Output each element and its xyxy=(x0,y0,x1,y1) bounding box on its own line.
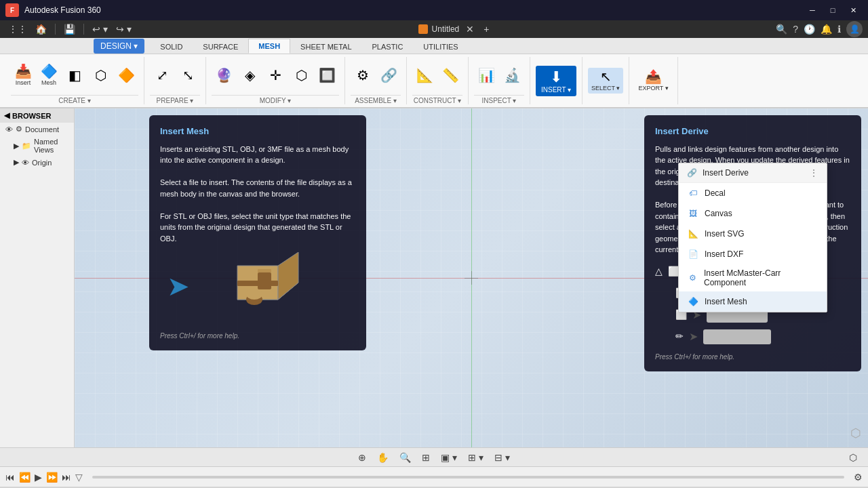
timeline-filter-icon[interactable]: ▽ xyxy=(75,472,83,483)
browser-item-namedviews[interactable]: ▶ 📁 Named Views xyxy=(0,136,74,156)
save-button[interactable]: 💾 xyxy=(61,22,78,36)
playback-next-button[interactable]: ⏩ xyxy=(46,472,58,483)
dropdown-item-svg[interactable]: 📐 Insert SVG xyxy=(679,224,827,244)
prepare-btn2[interactable]: ⤡ xyxy=(176,66,200,84)
browser-header[interactable]: ◀ BROWSER xyxy=(0,108,74,123)
dxf-label: Insert DXF xyxy=(705,249,743,259)
pan-button[interactable]: ✋ xyxy=(374,451,391,464)
tab-sheetmetal[interactable]: SHEET METAL xyxy=(290,39,361,54)
export-btn[interactable]: 📤 EXPORT ▾ xyxy=(635,68,671,94)
browser-item-origin[interactable]: ▶ 👁 Origin xyxy=(0,156,74,169)
settings-gear-icon[interactable]: ⚙ xyxy=(854,472,863,483)
dropdown-item-canvas[interactable]: 🖼 Canvas xyxy=(679,203,827,224)
zoom-button[interactable]: 🔍 xyxy=(397,451,414,464)
redo-button[interactable]: ↪ ▾ xyxy=(113,22,134,36)
decal-icon: 🏷 xyxy=(687,187,699,199)
home-button[interactable]: 🏠 xyxy=(33,22,50,36)
export-buttons: 📤 EXPORT ▾ xyxy=(635,57,671,104)
zoom-fit-button[interactable]: ⊞ xyxy=(419,451,433,464)
grid-button[interactable]: ⊞ ▾ xyxy=(465,451,486,464)
browser-item-eye[interactable]: 👁 ⚙ Document xyxy=(0,123,74,136)
modify-btn4[interactable]: 🔲 xyxy=(315,66,339,84)
modify-btn1[interactable]: 🔮 xyxy=(212,66,236,84)
close-button[interactable]: ✕ xyxy=(844,3,863,17)
select-btn[interactable]: ↖ SELECT ▾ xyxy=(588,68,623,94)
add-tab-button[interactable]: + xyxy=(481,22,492,36)
construct-btn2[interactable]: 📏 xyxy=(438,66,462,84)
info-icon[interactable]: ℹ xyxy=(837,24,841,35)
modify-label[interactable]: MODIFY ▾ xyxy=(212,95,339,104)
inspect-buttons: 📊 🔬 xyxy=(474,57,524,94)
tab-plastic[interactable]: PLASTIC xyxy=(362,39,414,54)
modify-btn2[interactable]: ◈ xyxy=(237,66,262,84)
create-btn2[interactable]: 🔷 Mesh xyxy=(37,62,61,88)
display-settings-icon[interactable]: ⬡ xyxy=(846,451,860,464)
sphere-icon: 🔶 xyxy=(118,68,135,82)
create-btn4[interactable]: ⬡ xyxy=(88,66,113,84)
tri-icon: △ xyxy=(655,264,663,279)
shell-icon: ⬡ xyxy=(296,68,307,82)
inspect-btn2[interactable]: 🔬 xyxy=(500,66,524,84)
construct-label[interactable]: CONSTRUCT ▾ xyxy=(412,95,462,104)
inspect-label[interactable]: INSPECT ▾ xyxy=(474,95,524,104)
construct-btn1[interactable]: 📐 xyxy=(412,66,437,84)
orbit-button[interactable]: ⊕ xyxy=(355,451,369,464)
warp-icon: 🔮 xyxy=(216,68,233,82)
assemble-label[interactable]: ASSEMBLE ▾ xyxy=(351,95,401,104)
inspect-btn1[interactable]: 📊 xyxy=(474,66,498,84)
tooltip-derive-footer: Press Ctrl+/ for more help. xyxy=(655,352,850,362)
create-label[interactable]: CREATE ▾ xyxy=(11,95,138,104)
close-tab-button[interactable]: ✕ xyxy=(463,22,477,36)
dropdown-item-decal[interactable]: 🏷 Decal xyxy=(679,183,827,203)
modify-btn3[interactable]: ⬡ xyxy=(289,66,313,84)
help-icon[interactable]: ? xyxy=(793,24,798,35)
insert-mesh-ribbon-btn[interactable]: 📥 Insert xyxy=(11,62,35,88)
search-icon[interactable]: 🔍 xyxy=(776,24,787,35)
insert-group: ⬇ INSERT ▾ xyxy=(530,57,583,104)
view-toggle-button[interactable]: ▣ ▾ xyxy=(438,451,460,464)
dropdown-item-mcmaster[interactable]: ⚙ Insert McMaster-Carr Component xyxy=(679,264,827,291)
derive-row4: ✏ ➤ xyxy=(655,329,850,345)
user-avatar[interactable]: 👤 xyxy=(846,21,863,37)
assemble-btn1[interactable]: ⚙ xyxy=(351,66,375,84)
view-cube[interactable]: ⬡ xyxy=(850,426,861,441)
more-view-button[interactable]: ⊟ ▾ xyxy=(492,451,513,464)
measure-icon: 📊 xyxy=(478,68,495,82)
tab-surface[interactable]: SURFACE xyxy=(193,39,248,54)
playback-play-button[interactable]: ▶ xyxy=(35,472,42,483)
derive-bar4 xyxy=(703,329,771,344)
mesh-dropdown-icon: 🔷 xyxy=(687,296,699,308)
assemble-btn2[interactable]: 🔗 xyxy=(376,66,401,84)
timeline-track[interactable] xyxy=(92,476,844,479)
arrow-icon: ▶ xyxy=(14,142,19,150)
tab-solid[interactable]: SOLID xyxy=(150,39,193,54)
minimize-button[interactable]: ─ xyxy=(803,3,822,17)
bell-icon[interactable]: 🔔 xyxy=(821,24,832,35)
prepare-buttons: ⤢ ⤡ xyxy=(150,57,200,94)
insert-active-button[interactable]: ⬇ INSERT ▾ xyxy=(536,66,576,96)
playback-prev-button[interactable]: ⏪ xyxy=(19,472,31,483)
prepare-group: ⤢ ⤡ PREPARE ▾ xyxy=(144,57,206,104)
create-btn5[interactable]: 🔶 xyxy=(114,66,138,84)
apps-button[interactable]: ⋮⋮ xyxy=(5,22,30,36)
playback-end-button[interactable]: ⏭ xyxy=(62,472,71,483)
tab-mesh[interactable]: MESH xyxy=(248,39,290,54)
origin-label: Origin xyxy=(32,159,52,167)
clock-icon[interactable]: 🕐 xyxy=(804,24,815,35)
playback-start-button[interactable]: ⏮ xyxy=(5,472,15,483)
quickaccess-bar: ⋮⋮ 🏠 💾 ↩ ▾ ↪ ▾ Untitled ✕ + 🔍 ? 🕐 🔔 ℹ 👤 xyxy=(0,20,868,38)
maximize-button[interactable]: □ xyxy=(823,3,842,17)
tab-utilities[interactable]: UTILITIES xyxy=(413,39,468,54)
design-button[interactable]: DESIGN ▾ xyxy=(94,39,144,54)
undo-button[interactable]: ↩ ▾ xyxy=(90,22,111,36)
move-btn[interactable]: ✛ xyxy=(263,66,288,84)
tooltip-insert-desc3: For STL or OBJ files, select the unit ty… xyxy=(160,211,355,245)
dropdown-item-dxf[interactable]: 📄 Insert DXF xyxy=(679,244,827,264)
prepare-label[interactable]: PREPARE ▾ xyxy=(150,95,200,104)
prepare-btn1[interactable]: ⤢ xyxy=(150,66,174,84)
create-btn3[interactable]: ◧ xyxy=(62,66,87,84)
dropdown-item-mesh[interactable]: 🔷 Insert Mesh xyxy=(679,291,827,312)
more-icon[interactable]: ⋮ xyxy=(809,167,818,178)
file-icon xyxy=(418,24,428,34)
compress-icon: ⤡ xyxy=(182,68,194,82)
